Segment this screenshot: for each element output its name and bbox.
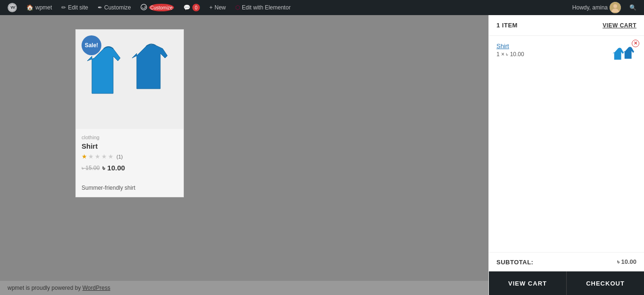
cart-item-row: Shirt 1 × ৳ 10.00 ✕ xyxy=(496,42,636,67)
adminbar-search[interactable]: 🔍 xyxy=(626,0,640,15)
adminbar-customize[interactable]: ✒ Customize xyxy=(94,0,135,15)
cart-item-qty: 1 × ৳ 10.00 xyxy=(496,51,612,58)
product-price: ৳ 15.00 ৳ 10.00 xyxy=(82,164,178,172)
cart-header: 1 ITEM VIEW CART xyxy=(489,15,644,36)
star-5: ★ xyxy=(108,153,114,160)
cart-item-name[interactable]: Shirt xyxy=(496,42,612,50)
adminbar-updates[interactable]: Customize xyxy=(137,0,178,15)
cart-item-details: Shirt 1 × ৳ 10.00 xyxy=(496,42,612,58)
price-new: ৳ 10.00 xyxy=(102,164,125,172)
new-icon: + xyxy=(209,4,213,11)
footer-wordpress-link[interactable]: WordPress xyxy=(83,285,110,291)
product-card: Sale! xyxy=(75,29,184,197)
remove-icon: ✕ xyxy=(634,41,637,46)
product-name: Shirt xyxy=(82,142,178,150)
customize-icon: ✒ xyxy=(98,4,102,11)
wp-logo-icon[interactable] xyxy=(4,3,21,12)
adminbar-new[interactable]: + New xyxy=(206,0,230,15)
updates-badge: Customize xyxy=(149,4,174,11)
checkout-button[interactable]: CHECKOUT xyxy=(567,271,644,295)
comments-icon: 💬 xyxy=(183,4,190,11)
review-count: (1) xyxy=(116,154,123,160)
home-icon: 🏠 xyxy=(26,4,33,11)
svg-point-3 xyxy=(613,4,617,8)
cart-footer-buttons: VIEW CART CHECKOUT xyxy=(489,271,644,295)
search-icon: 🔍 xyxy=(629,4,636,11)
view-cart-header-link[interactable]: VIEW CART xyxy=(603,22,636,29)
adminbar-howdy[interactable]: Howdy, amina xyxy=(569,0,625,15)
cart-sidebar: 1 ITEM VIEW CART Shirt 1 × ৳ 10.00 ✕ xyxy=(488,15,644,295)
adminbar-wpmet[interactable]: 🏠 wpmet xyxy=(23,0,56,15)
elementor-icon: ⬡ xyxy=(235,4,240,11)
footer-text: wpmet is proudly powered by xyxy=(8,285,83,291)
subtotal-label: SUBTOTAL: xyxy=(496,259,533,266)
cart-items: Shirt 1 × ৳ 10.00 ✕ xyxy=(489,36,644,252)
product-stars: ★ ★ ★ ★ ★ (1) xyxy=(82,153,178,160)
remove-item-button[interactable]: ✕ xyxy=(632,40,639,47)
adminbar-edit-site[interactable]: ✏ Edit site xyxy=(58,0,92,15)
star-2: ★ xyxy=(88,153,94,160)
admin-bar: 🏠 wpmet ✏ Edit site ✒ Customize Customiz… xyxy=(0,0,644,15)
updates-icon xyxy=(140,4,147,12)
product-area: Sale! xyxy=(0,15,488,211)
comments-badge: 0 xyxy=(192,4,200,11)
adminbar-comments[interactable]: 💬 0 xyxy=(180,0,204,15)
product-image: Sale! xyxy=(76,30,183,129)
sale-badge: Sale! xyxy=(82,35,101,55)
product-category: clothing xyxy=(82,135,178,140)
star-3: ★ xyxy=(95,153,100,160)
avatar xyxy=(610,2,621,13)
view-cart-button[interactable]: VIEW CART xyxy=(489,271,567,295)
price-old: ৳ 15.00 xyxy=(82,165,99,171)
cart-item-image-wrap: ✕ xyxy=(612,42,636,67)
edit-site-icon: ✏ xyxy=(61,4,66,11)
star-1: ★ xyxy=(82,153,87,160)
product-info: clothing Shirt ★ ★ ★ ★ ★ (1) ৳ 15.00 ৳ 1… xyxy=(76,129,183,178)
cart-subtotal: SUBTOTAL: ৳ 10.00 xyxy=(489,252,644,271)
cart-item-count: 1 ITEM xyxy=(496,22,518,29)
footer: wpmet is proudly powered by WordPress xyxy=(0,281,488,295)
subtotal-value: ৳ 10.00 xyxy=(617,258,636,266)
star-4: ★ xyxy=(101,153,107,160)
product-description: Summer-friendly shirt xyxy=(76,182,183,197)
adminbar-elementor[interactable]: ⬡ Edit with Elementor xyxy=(231,0,294,15)
